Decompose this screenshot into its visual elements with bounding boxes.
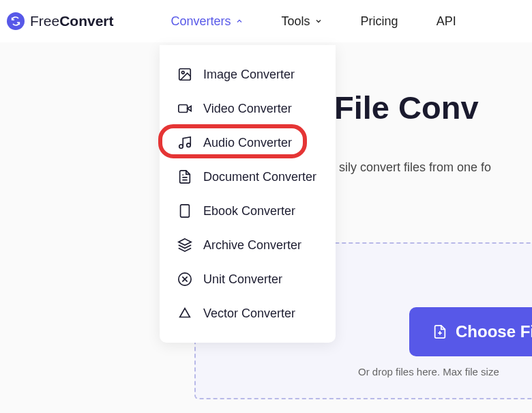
svg-rect-5 <box>181 205 190 217</box>
converters-dropdown: Image Converter Video Converter Audio Co… <box>160 45 336 343</box>
nav-converters[interactable]: Converters <box>171 14 243 29</box>
dropdown-archive-converter[interactable]: Archive Converter <box>160 228 336 262</box>
dropdown-vector-converter[interactable]: Vector Converter <box>160 296 336 330</box>
archive-icon <box>177 238 192 253</box>
nav-api[interactable]: API <box>437 14 456 29</box>
logo-convert: Convert <box>59 13 113 29</box>
header: FreeConvert Converters Tools Pricing API <box>0 0 532 42</box>
nav-pricing[interactable]: Pricing <box>361 14 398 29</box>
nav-tools-label: Tools <box>282 14 310 29</box>
dropdown-image-converter[interactable]: Image Converter <box>160 57 336 91</box>
logo-text: FreeConvert <box>30 13 114 29</box>
logo-icon <box>7 12 25 30</box>
dropdown-archive-label: Archive Converter <box>203 238 301 253</box>
dropdown-document-label: Document Converter <box>203 170 316 184</box>
dropdown-video-converter[interactable]: Video Converter <box>160 91 336 126</box>
dropdown-ebook-converter[interactable]: Ebook Converter <box>160 194 336 228</box>
nav-tools[interactable]: Tools <box>282 14 323 29</box>
logo-free: Free <box>30 13 59 29</box>
dropdown-video-label: Video Converter <box>203 102 292 116</box>
ebook-icon <box>177 203 192 218</box>
svg-point-1 <box>181 71 184 74</box>
page-title: File Conv <box>334 89 479 126</box>
main-content: File Conv <box>334 89 479 126</box>
dropdown-document-converter[interactable]: Document Converter <box>160 160 336 194</box>
choose-files-button[interactable]: Choose File <box>409 307 532 356</box>
dropdown-audio-converter[interactable]: Audio Converter <box>160 126 336 160</box>
svg-rect-2 <box>179 105 188 113</box>
document-icon <box>177 169 192 184</box>
dropdown-image-label: Image Converter <box>203 68 295 82</box>
chevron-up-icon <box>235 17 243 25</box>
chevron-down-icon <box>314 17 323 25</box>
dropdown-unit-converter[interactable]: Unit Converter <box>160 262 336 296</box>
choose-files-label: Choose File <box>456 322 532 341</box>
logo[interactable]: FreeConvert <box>7 12 114 30</box>
image-icon <box>177 67 192 82</box>
nav-api-label: API <box>437 14 456 29</box>
vector-icon <box>177 306 192 321</box>
nav-pricing-label: Pricing <box>361 14 398 29</box>
drop-hint-text: Or drop files here. Max file size <box>358 366 499 378</box>
video-icon <box>177 101 192 116</box>
svg-point-3 <box>179 145 183 149</box>
unit-icon <box>177 272 192 287</box>
svg-point-4 <box>187 143 191 147</box>
file-plus-icon <box>432 324 447 339</box>
dropdown-vector-label: Vector Converter <box>203 307 295 321</box>
dropdown-unit-label: Unit Converter <box>203 272 282 287</box>
nav: Converters Tools Pricing API <box>171 14 456 29</box>
dropdown-ebook-label: Ebook Converter <box>203 204 295 218</box>
nav-converters-label: Converters <box>171 14 231 29</box>
audio-icon <box>177 135 192 150</box>
dropdown-audio-label: Audio Converter <box>203 136 292 150</box>
page-subtitle: sily convert files from one fo <box>339 160 491 175</box>
